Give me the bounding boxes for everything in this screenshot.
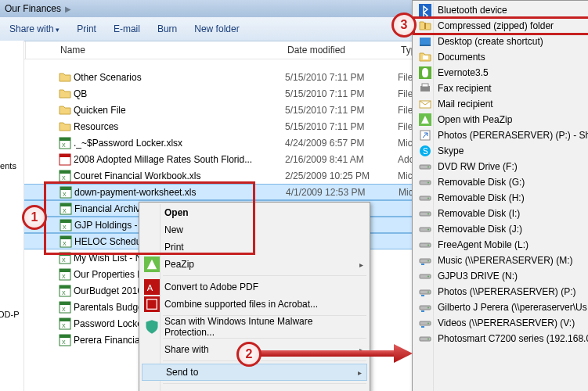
ctx-scan-intune[interactable]: Scan with Windows Intune Malware Protect…	[141, 318, 368, 335]
sendto-label: Mail recipient	[438, 99, 493, 109]
email-button[interactable]: E-mail	[114, 23, 140, 34]
svg-text:A: A	[147, 283, 153, 292]
svg-rect-72	[421, 264, 424, 265]
sendto-item[interactable]: Videos (\\PERERASERVER) (V:)	[414, 315, 588, 331]
folder-icon	[58, 88, 72, 100]
sendto-item[interactable]: Removable Disk (I:)	[414, 206, 588, 221]
ctx-cut[interactable]: Cut	[141, 386, 368, 391]
burn-button[interactable]: Burn	[157, 23, 177, 34]
sendto-label: Removable Disk (H:)	[438, 192, 525, 203]
svg-point-74	[427, 276, 429, 278]
sendto-item[interactable]: DVD RW Drive (F:)	[414, 159, 588, 174]
sendto-label: Videos (\\PERERASERVER) (V:)	[438, 317, 575, 328]
svg-rect-36	[60, 335, 70, 338]
chevron-right-icon: ▶	[65, 5, 71, 13]
sendto-item[interactable]: FreeAgent Mobile (L:)	[414, 237, 588, 253]
ctx-combine-acrobat[interactable]: Combine supported files in Acrobat...	[141, 296, 368, 313]
adobe-combine-icon	[144, 296, 160, 312]
file-date: 5/15/2010 7:11 PM	[285, 121, 398, 132]
xls-icon: X	[59, 235, 73, 248]
svg-text:X: X	[62, 339, 66, 345]
svg-marker-39	[394, 344, 413, 363]
file-name: Couret Financial Workbook.xls	[72, 170, 285, 181]
ctx-print[interactable]: Print	[141, 239, 368, 256]
ctx-convert-pdf[interactable]: AConvert to Adobe PDF	[141, 278, 368, 296]
svg-rect-46	[424, 23, 426, 29]
print-button[interactable]: Print	[77, 23, 96, 34]
folder-icon	[58, 104, 72, 117]
svg-point-71	[427, 260, 429, 262]
annotation-step-2: 2	[236, 342, 262, 367]
drv-icon	[417, 270, 433, 282]
svg-text:X: X	[62, 274, 66, 279]
net-icon	[417, 254, 433, 267]
zip-icon	[417, 20, 433, 32]
net-icon	[417, 301, 433, 314]
svg-rect-15	[60, 220, 71, 223]
sendto-item[interactable]: Mail recipient	[414, 96, 588, 112]
sendto-item[interactable]: Desktop (create shortcut)	[414, 34, 588, 49]
sendto-label: Desktop (create shortcut)	[438, 36, 543, 47]
svg-text:X: X	[62, 175, 66, 181]
svg-rect-47	[420, 38, 431, 45]
skype-icon: S	[417, 145, 433, 157]
sendto-item[interactable]: SSkype	[414, 143, 588, 159]
ctx-peazip[interactable]: PeaZip	[141, 256, 368, 273]
drv-icon	[417, 192, 433, 204]
explorer-window: { "breadcrumb": { "segment": "Our Financ…	[0, 0, 588, 391]
sendto-label: GJPU3 DRIVE (N:)	[438, 271, 518, 282]
sendto-label: Open with PeaZip	[438, 114, 512, 125]
sendto-item[interactable]: Compressed (zipped) folder	[414, 18, 588, 34]
svg-text:X: X	[63, 192, 67, 197]
svg-rect-18	[60, 236, 71, 239]
sendto-submenu: Bluetooth deviceCompressed (zipped) fold…	[412, 0, 588, 391]
annotation-arrow	[256, 344, 413, 363]
sendto-item[interactable]: Bluetooth device	[414, 2, 588, 18]
sendto-item[interactable]: Removable Disk (H:)	[414, 190, 588, 206]
sendto-item[interactable]: Open with PeaZip	[414, 112, 588, 127]
sendto-item[interactable]: Removable Disk (J:)	[414, 221, 588, 237]
header-name[interactable]: Name	[26, 45, 287, 56]
sendto-label: Evernote3.5	[438, 67, 489, 78]
sendto-label: Documents	[438, 52, 485, 63]
ctx-new[interactable]: New	[141, 221, 368, 239]
header-date[interactable]: Date modified	[287, 45, 401, 56]
share-with-button[interactable]: Share with	[9, 23, 60, 34]
file-name: Quicken File	[72, 105, 285, 116]
sendto-item[interactable]: Evernote3.5	[414, 65, 588, 81]
drv-icon	[417, 160, 433, 173]
xls-icon: X	[58, 334, 72, 346]
svg-rect-80	[421, 310, 424, 312]
sendto-item[interactable]: Photos (\\PERERASERVER) (P:)	[414, 284, 588, 300]
sendto-item[interactable]: Music (\\PERERASERVER) (M:)	[414, 253, 588, 268]
xls-icon: X	[59, 203, 73, 215]
svg-rect-12	[60, 203, 71, 206]
svg-rect-24	[60, 269, 70, 272]
svg-point-65	[427, 213, 429, 215]
sendto-item[interactable]: Documents	[414, 49, 588, 65]
svg-point-59	[427, 167, 429, 168]
xls-icon: X	[58, 301, 72, 314]
new-folder-button[interactable]: New folder	[194, 23, 239, 34]
xls-icon: X	[59, 186, 73, 199]
sendto-label: Gilberto J Perera (\\pereraserver\Us	[438, 302, 587, 313]
file-name: Other Scenarios	[72, 72, 285, 83]
sendto-item[interactable]: Photosmart C7200 series (192.168.0.2	[414, 331, 588, 346]
shield-icon	[144, 319, 160, 335]
sendto-item[interactable]: Gilberto J Perera (\\pereraserver\Us	[414, 300, 588, 315]
sendto-item[interactable]: Fax recipient	[414, 81, 588, 96]
sendto-item[interactable]: Photos (PERERASERVER) (P:) - Shortc	[414, 127, 588, 143]
link-icon	[417, 129, 433, 142]
svg-point-63	[427, 198, 429, 199]
ctx-open[interactable]: Open	[141, 204, 368, 221]
sendto-label: Skype	[438, 145, 464, 156]
file-name: QB	[72, 88, 285, 99]
svg-text:X: X	[63, 224, 67, 230]
svg-rect-21	[60, 253, 70, 256]
sendto-item[interactable]: Removable Disk (G:)	[414, 174, 588, 190]
mail-icon	[417, 98, 433, 110]
bt-icon	[417, 4, 433, 16]
ctx-send-to[interactable]: Send to	[142, 364, 367, 381]
breadcrumb-segment[interactable]: Our Finances	[5, 3, 61, 14]
sendto-item[interactable]: GJPU3 DRIVE (N:)	[414, 268, 588, 284]
